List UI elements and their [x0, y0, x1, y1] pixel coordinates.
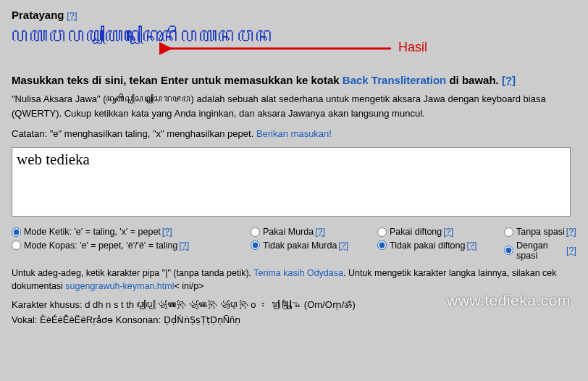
- footer-paragraph: Untuk adeg-adeg, ketik karakter pipa "|"…: [12, 267, 576, 294]
- help-icon[interactable]: [?]: [466, 240, 476, 251]
- catatan-text: Catatan: "e" menghasilkan taling, "x" me…: [12, 128, 256, 139]
- catatan-paragraph: Catatan: "e" menghasilkan taling, "x" me…: [12, 127, 576, 141]
- help-icon[interactable]: [?]: [566, 227, 576, 237]
- radio-mode-ketik[interactable]: Mode Ketik: 'e' = taling, 'x' = pepet [?…: [12, 227, 172, 237]
- help-icon[interactable]: [?]: [162, 227, 172, 237]
- thanks-link[interactable]: Terima kasih Odydasa: [253, 268, 343, 278]
- section-title: Pratayang [?]: [12, 9, 576, 21]
- radio-label: Dengan spasi: [516, 240, 565, 261]
- special-chars-1: Karakter khusus: d dh n s t th ꦝ꧀ꦞ꧀ ꧁ꦟ꧂ …: [12, 298, 576, 313]
- footer-post: < ini/p>: [174, 281, 203, 291]
- radio-options: Mode Ketik: 'e' = taling, 'x' = pepet [?…: [12, 227, 576, 261]
- radio-label: Pakai Murda: [263, 227, 314, 237]
- radio-pakai-murda[interactable]: Pakai Murda [?]: [251, 227, 325, 237]
- help-icon[interactable]: [?]: [566, 246, 576, 256]
- help-icon[interactable]: [?]: [179, 240, 189, 251]
- intro-javanese: ꦤꦸꦭꦶꦱ꧀ꦱꦏ꧀ꦱꦫꦗꦮ: [106, 93, 191, 104]
- hasil-label: Hasil: [398, 40, 427, 55]
- radio-mode-kopas[interactable]: Mode Kopas: 'e' = pepet, 'è'/'é' = talin…: [12, 240, 189, 251]
- radio-tanpa-spasi[interactable]: Tanpa spasi [?]: [504, 227, 576, 237]
- arrow-annotation: Hasil: [159, 38, 442, 59]
- input-heading: Masukkan teks di sini, tekan Enter untuk…: [12, 74, 576, 86]
- help-icon[interactable]: [?]: [502, 74, 516, 86]
- radio-label: Tidak pakai Murda: [263, 240, 337, 251]
- feedback-link[interactable]: Berikan masukan!: [256, 128, 332, 139]
- radio-label: Pakai diftong: [390, 227, 442, 237]
- radio-label: Mode Kopas: 'e' = pepet, 'è'/'é' = talin…: [24, 240, 177, 251]
- help-icon[interactable]: [?]: [338, 240, 348, 251]
- help-icon[interactable]: [?]: [67, 10, 77, 21]
- radio-tidak-murda[interactable]: Tidak pakai Murda [?]: [251, 240, 348, 251]
- radio-tidak-diftong[interactable]: Tidak pakai diftong [?]: [377, 240, 476, 251]
- radio-label: Mode Ketik: 'e' = taling, 'x' = pepet: [24, 227, 161, 237]
- special-chars-2: Vokal: ÈèÉéÊêËëRṛåơɘ Konsonan: ḌḍṄṅṢṣṬṭḌ…: [12, 313, 576, 328]
- title-text: Pratayang: [12, 9, 64, 21]
- radio-dengan-spasi[interactable]: Dengan spasi [?]: [504, 240, 576, 261]
- radio-pakai-diftong[interactable]: Pakai diftong [?]: [377, 227, 453, 237]
- footer-pre: Untuk adeg-adeg, ketik karakter pipa "|"…: [12, 268, 253, 278]
- radio-label: Tidak pakai diftong: [390, 240, 465, 251]
- help-icon[interactable]: [?]: [315, 227, 325, 237]
- main-input[interactable]: [12, 147, 571, 217]
- heading-pre: Masukkan teks di sini, tekan Enter untuk…: [12, 74, 343, 86]
- radio-label: Tanpa spasi: [516, 227, 565, 237]
- intro-pre: "Nulisa Aksara Jawa" (: [12, 93, 106, 104]
- help-icon[interactable]: [?]: [443, 227, 453, 237]
- intro-paragraph: "Nulisa Aksara Jawa" (ꦤꦸꦭꦶꦱ꧀ꦱꦏ꧀ꦱꦫꦗꦮ) ada…: [12, 92, 576, 121]
- heading-post: di bawah.: [446, 74, 499, 86]
- back-transliteration-link[interactable]: Back Transliteration: [343, 74, 446, 86]
- doc-link[interactable]: sugengrawuh-keyman.html: [65, 281, 174, 291]
